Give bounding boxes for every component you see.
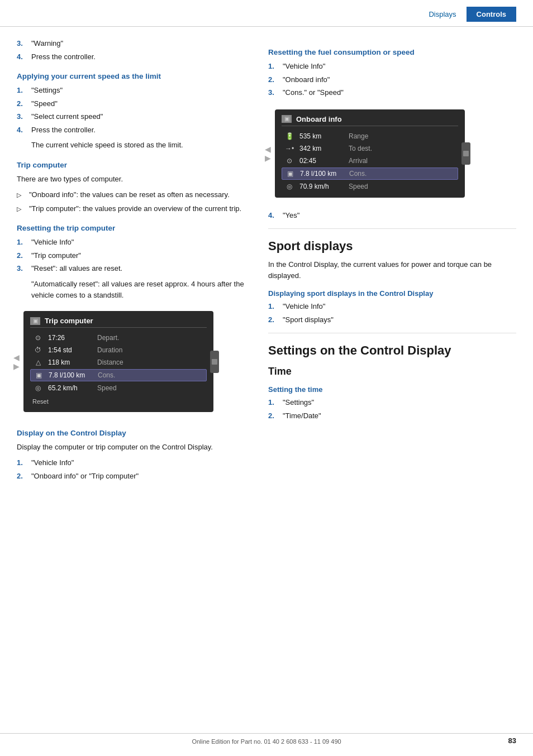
list-text: "Sport displays" <box>283 314 334 326</box>
nav-left-icon: ◀ ▶ <box>13 353 20 371</box>
divider <box>268 228 516 229</box>
row-icon: ▣ <box>284 170 296 178</box>
list-item: 3. "Select current speed" <box>17 111 251 122</box>
screen-rows: 🔋 535 km Range →• 342 km To dest. ⊙ 02:4… <box>282 131 458 192</box>
row-icon: ⊙ <box>284 157 295 165</box>
list-num: 1. <box>17 457 27 468</box>
list-text: "Reset": all values are reset. <box>31 263 122 274</box>
arrow-icon: ▷ <box>17 190 25 200</box>
row-icon: ◎ <box>284 183 295 190</box>
screen-title-icon: ▣ <box>282 115 292 123</box>
screen-row-highlighted: ▣ 7.8 l/100 km Cons. <box>30 369 207 381</box>
onboard-screen-wrapper: ◀ ▶ ▣ Onboard info 🔋 535 km Range <box>275 103 465 204</box>
resetting-fuel-heading: Resetting the fuel consumption or speed <box>268 48 516 56</box>
trip-computer-heading: Trip computer <box>17 161 251 169</box>
list-text: "Onboard info" <box>283 74 330 85</box>
row-icon: ⊙ <box>32 334 44 342</box>
list-item: 3. "Warning" <box>17 38 251 49</box>
list-item: 2. "Trip computer" <box>17 250 251 261</box>
row-value: 7.8 l/100 km <box>300 170 345 178</box>
trip-computer-intro: There are two types of computer. <box>17 174 251 185</box>
bullet-text: "Onboard info": the values can be reset … <box>29 189 230 200</box>
applying-note: The current vehicle speed is stored as t… <box>31 140 251 151</box>
list-num: 3. <box>17 263 27 274</box>
list-text: "Yes" <box>283 210 299 221</box>
row-value: 535 km <box>299 132 344 140</box>
screen-row: △ 118 km Distance <box>30 357 207 368</box>
display-control-list: 1. "Vehicle Info" 2. "Onboard info" or "… <box>17 457 251 481</box>
list-text: Press the controller. <box>31 125 96 136</box>
row-value: 1:54 std <box>48 346 93 354</box>
row-value: 02:45 <box>299 157 344 165</box>
row-value: 17:26 <box>48 334 93 342</box>
screen-row: →• 342 km To dest. <box>282 143 458 154</box>
list-text: "Vehicle Info" <box>283 61 325 72</box>
row-label: Duration <box>97 346 122 354</box>
settings-heading: Settings on the Control Display <box>268 343 516 358</box>
auto-reset-note: "Automatically reset": all values are re… <box>31 279 251 301</box>
time-heading: Time <box>268 366 516 377</box>
list-text: "Onboard info" or "Trip computer" <box>31 471 139 482</box>
row-label: Depart. <box>97 334 119 342</box>
list-item: ▷ "Onboard info": the values can be rese… <box>17 189 251 200</box>
footer-text: Online Edition for Part no. 01 40 2 608 … <box>192 738 341 745</box>
footer: Online Edition for Part no. 01 40 2 608 … <box>0 733 533 745</box>
row-icon: →• <box>284 145 295 152</box>
list-num: 3. <box>17 38 27 49</box>
displaying-sport-list: 1. "Vehicle Info" 2. "Sport displays" <box>268 301 516 325</box>
list-num: 1. <box>268 397 278 408</box>
list-num: 1. <box>268 61 278 72</box>
applying-heading: Applying your current speed as the limit <box>17 72 251 80</box>
screen-row: ⊙ 17:26 Depart. <box>30 332 207 343</box>
list-text: "Cons." or "Speed" <box>283 87 344 98</box>
list-text: "Vehicle Info" <box>283 301 325 312</box>
screen-title-text: Trip computer <box>45 317 93 325</box>
list-text: Press the controller. <box>31 51 96 63</box>
list-item: 1. "Vehicle Info" <box>268 301 516 312</box>
list-item: 3. "Cons." or "Speed" <box>268 87 516 98</box>
row-label: Arrival <box>349 157 368 165</box>
list-text: "Settings" <box>283 397 314 408</box>
bullet-text: "Trip computer": the values provide an o… <box>29 203 241 214</box>
row-label: Cons. <box>98 371 115 379</box>
trip-screen-wrapper: ◀ ▶ ▣ Trip computer ⊙ 17:26 Depart. <box>23 304 213 419</box>
list-item: 2. "Onboard info" or "Trip computer" <box>17 471 251 482</box>
list-item: 2. "Sport displays" <box>268 314 516 326</box>
left-column: 3. "Warning" 4. Press the controller. Ap… <box>17 38 251 486</box>
list-num: 2. <box>17 250 27 261</box>
list-text: "Vehicle Info" <box>31 237 74 248</box>
resetting-trip-list: 1. "Vehicle Info" 2. "Trip computer" 3. … <box>17 237 251 274</box>
list-num: 3. <box>17 111 27 122</box>
row-value: 342 km <box>299 145 344 152</box>
row-icon: △ <box>32 358 44 366</box>
onboard-screen-mockup: ▣ Onboard info 🔋 535 km Range →• 342 km … <box>275 109 465 198</box>
screen-rows: ⊙ 17:26 Depart. ⏱ 1:54 std Duration △ 11… <box>30 332 207 394</box>
content-area: 3. "Warning" 4. Press the controller. Ap… <box>0 27 533 503</box>
displaying-sport-heading: Displaying sport displays in the Control… <box>268 289 516 298</box>
nav-left-icon: ◀ ▶ <box>265 145 271 162</box>
setting-time-heading: Setting the time <box>268 385 516 394</box>
row-label: Distance <box>97 358 123 366</box>
list-text: "Time/Date" <box>283 410 321 422</box>
screen-title-bar: ▣ Trip computer <box>30 317 207 328</box>
list-num: 2. <box>17 471 27 482</box>
list-num: 1. <box>17 85 27 96</box>
list-text: "Speed" <box>31 98 58 109</box>
screen-row: 🔋 535 km Range <box>282 131 458 142</box>
row-label: Range <box>349 132 368 140</box>
yes-list: 4. "Yes" <box>268 210 516 221</box>
tab-displays[interactable]: Displays <box>418 7 466 22</box>
scroll-indicator <box>461 142 470 165</box>
list-num: 2. <box>268 74 278 85</box>
list-text: "Vehicle Info" <box>31 457 74 468</box>
header-bar: Displays Controls <box>0 0 533 27</box>
trip-screen-mockup: ▣ Trip computer ⊙ 17:26 Depart. ⏱ 1:54 s… <box>23 311 213 412</box>
list-item: 4. "Yes" <box>268 210 516 221</box>
list-item: 1. "Vehicle Info" <box>268 61 516 72</box>
list-item: 2. "Time/Date" <box>268 410 516 422</box>
row-icon: ▣ <box>33 371 44 379</box>
resetting-trip-heading: Resetting the trip computer <box>17 224 251 232</box>
row-value: 65.2 km/h <box>48 384 93 392</box>
screen-row-highlighted: ▣ 7.8 l/100 km Cons. <box>282 168 458 180</box>
tab-controls[interactable]: Controls <box>467 7 516 22</box>
